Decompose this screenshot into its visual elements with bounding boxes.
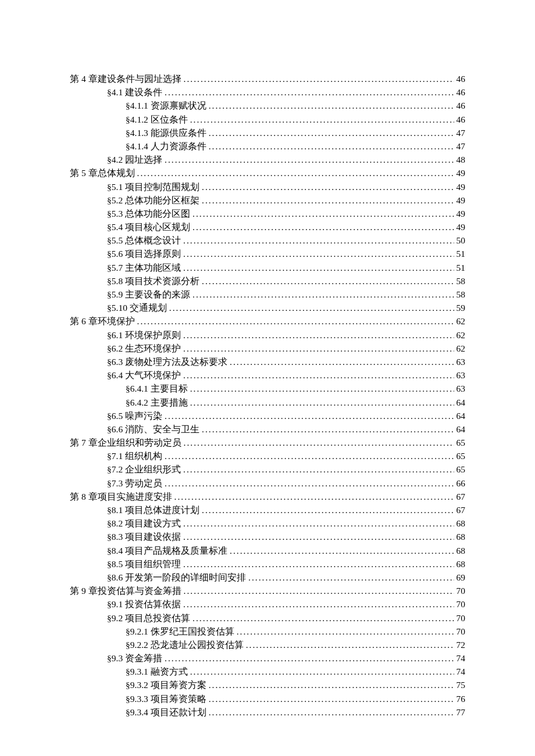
toc-leader-dots (184, 73, 454, 85)
toc-leader-dots (209, 679, 454, 691)
toc-leader-dots (230, 544, 454, 557)
toc-leader-dots (246, 639, 454, 651)
toc-label: §5.3 总体功能分区图 (107, 207, 190, 220)
toc-label: §4.1.2 区位条件 (126, 113, 188, 126)
toc-label: §9.3 资金筹措 (107, 652, 162, 665)
toc-leader-dots (202, 423, 454, 436)
toc-label: §9.2.2 恐龙遗址公园投资估算 (126, 639, 244, 651)
toc-label: §6.4 大气环境保护 (107, 369, 181, 382)
toc-page-number: 64 (456, 423, 466, 436)
toc-leader-dots (190, 113, 454, 126)
toc-label: §6.5 噪声污染 (107, 410, 162, 422)
toc-row: 第 4 章建设条件与园址选择 46 (70, 73, 465, 85)
toc-row: 第 5 章总体规划 49 (70, 167, 465, 180)
toc-page-number: 68 (456, 544, 466, 557)
toc-page-number: 68 (456, 531, 466, 543)
toc-page-number: 51 (456, 261, 466, 274)
toc-leader-dots (237, 625, 454, 638)
toc-row: 第 8 章项目实施进度安排 67 (70, 490, 465, 503)
toc-leader-dots (137, 167, 454, 180)
toc-row: §6.1 环境保护原则 62 (70, 329, 465, 342)
toc-row: §7.3 劳动定员 66 (70, 477, 465, 490)
toc-row: §5.2 总体功能分区框架 49 (70, 194, 465, 207)
toc-label: §6.1 环境保护原则 (107, 329, 181, 342)
toc-label: §7.3 劳动定员 (107, 477, 162, 490)
toc-leader-dots (183, 517, 454, 530)
toc-page-number: 46 (456, 99, 466, 112)
toc-row: §7.1 组织机构 65 (70, 450, 465, 463)
toc-leader-dots (165, 477, 454, 490)
toc-label: §6.2 生态环境保护 (107, 342, 181, 355)
toc-leader-dots (165, 410, 454, 422)
toc-page-number: 68 (456, 517, 466, 530)
toc-label: 第 4 章建设条件与园址选择 (70, 73, 181, 85)
toc-leader-dots (209, 99, 454, 112)
toc-row: §6.3 废物处理方法及达标要求 63 (70, 356, 465, 368)
toc-page-number: 64 (456, 410, 466, 422)
toc-label: §8.5 项目组织管理 (107, 558, 181, 571)
toc-label: §8.1 项目总体进度计划 (107, 504, 199, 517)
toc-page-number: 63 (456, 382, 466, 395)
toc-page-number: 68 (456, 558, 466, 571)
toc-label: §5.1 项目控制范围规划 (107, 181, 199, 194)
toc-leader-dots (165, 450, 454, 463)
toc-label: §6.4.1 主要目标 (126, 382, 188, 395)
toc-row: §9.2 项目总投资估算 70 (70, 612, 465, 625)
toc-page-number: 72 (456, 639, 466, 651)
toc-label: §5.2 总体功能分区框架 (107, 194, 199, 207)
toc-label: §5.10 交通规划 (107, 302, 167, 314)
toc-row: §5.6 项目选择原则 51 (70, 248, 465, 260)
toc-row: §9.3.3 项目筹资策略 76 (70, 693, 465, 705)
toc-row: §6.4.2 主要措施 64 (70, 396, 465, 409)
toc-page-number: 70 (456, 625, 466, 638)
toc-page-number: 46 (456, 113, 466, 126)
toc-label: 第 6 章环境保护 (70, 315, 135, 328)
toc-label: §8.3 项目建设依据 (107, 531, 181, 543)
toc-page-number: 69 (456, 571, 466, 584)
toc-row: §4.1.4 人力资源条件 47 (70, 140, 465, 153)
toc-row: §9.2.1 侏罗纪王国投资估算 70 (70, 625, 465, 638)
toc-label: §4.1.4 人力资源条件 (126, 140, 206, 153)
toc-leader-dots (190, 665, 454, 678)
toc-label: §6.6 消防、安全与卫生 (107, 423, 199, 436)
toc-label: §9.2 项目总投资估算 (107, 612, 190, 625)
toc-row: §5.4 项目核心区规划 49 (70, 221, 465, 234)
toc-page-number: 59 (456, 302, 466, 314)
toc-row: 第 6 章环境保护 62 (70, 315, 465, 328)
toc-row: §7.2 企业组织形式 65 (70, 463, 465, 476)
toc-label: §5.6 项目选择原则 (107, 248, 181, 260)
toc-leader-dots (192, 221, 454, 234)
toc-page-number: 65 (456, 463, 466, 476)
toc-row: §8.4 项目产品规格及质量标准 68 (70, 544, 465, 557)
toc-label: 第 9 章投资估算与资金筹措 (70, 585, 181, 597)
toc-page-number: 70 (456, 585, 466, 597)
toc-page-number: 46 (456, 86, 466, 99)
toc-row: §9.2.2 恐龙遗址公园投资估算 72 (70, 639, 465, 651)
toc-label: 第 8 章项目实施进度安排 (70, 490, 172, 503)
toc-row: §8.5 项目组织管理 68 (70, 558, 465, 571)
toc-page-number: 51 (456, 248, 466, 260)
toc-page-number: 77 (456, 706, 466, 719)
toc-leader-dots (192, 288, 454, 301)
toc-row: §8.3 项目建设依据 68 (70, 531, 465, 543)
toc-leader-dots (183, 261, 454, 274)
toc-row: §9.3.1 融资方式 74 (70, 665, 465, 678)
toc-label: §4.1.3 能源供应条件 (126, 127, 206, 139)
toc-leader-dots (183, 531, 454, 543)
toc-page-number: 62 (456, 342, 466, 355)
toc-leader-dots (183, 342, 454, 355)
toc-row: §5.1 项目控制范围规划 49 (70, 181, 465, 194)
toc-row: §9.3.2 项目筹资方案 75 (70, 679, 465, 691)
table-of-contents: 第 4 章建设条件与园址选择 46§4.1 建设条件 46§4.1.1 资源禀赋… (70, 73, 465, 719)
toc-page-number: 48 (456, 153, 466, 166)
toc-row: 第 9 章投资估算与资金筹措 70 (70, 585, 465, 597)
toc-label: §8.2 项目建设方式 (107, 517, 181, 530)
toc-leader-dots (184, 436, 454, 449)
toc-leader-dots (165, 652, 454, 665)
toc-row: §6.6 消防、安全与卫生 64 (70, 423, 465, 436)
toc-row: §6.2 生态环境保护 62 (70, 342, 465, 355)
toc-row: §6.4 大气环境保护 63 (70, 369, 465, 382)
toc-leader-dots (248, 571, 454, 584)
toc-row: §8.6 开发第一阶段的详细时间安排 69 (70, 571, 465, 584)
toc-leader-dots (209, 127, 454, 139)
